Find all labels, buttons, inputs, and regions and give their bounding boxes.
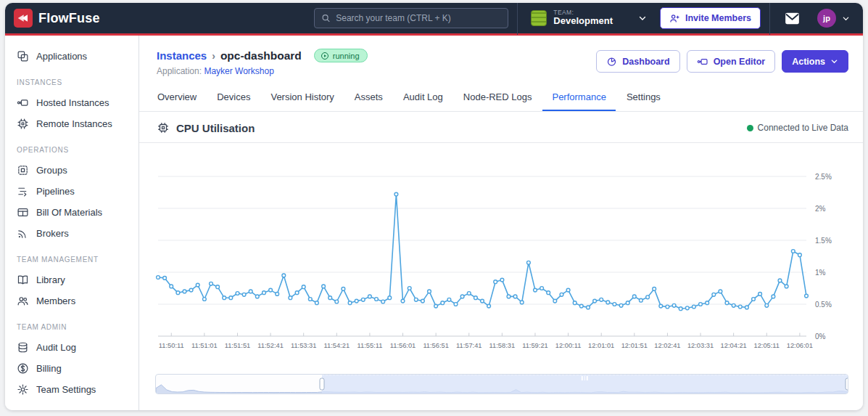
- notifications-button[interactable]: [779, 12, 806, 25]
- data-point-marker: [276, 293, 279, 296]
- data-point-marker: [289, 296, 292, 300]
- sidebar-item-remote-instances[interactable]: Remote Instances: [5, 113, 139, 134]
- sidebar-item-team-settings[interactable]: Team Settings: [5, 379, 139, 400]
- status-badge-label: running: [333, 52, 360, 60]
- sidebar-item-hosted-instances[interactable]: Hosted Instances: [5, 92, 139, 113]
- tab-version-history[interactable]: Version History: [261, 85, 343, 111]
- data-point-marker: [203, 298, 207, 301]
- flowfuse-logo[interactable]: FlowFuse: [14, 9, 100, 28]
- data-point-marker: [785, 285, 788, 288]
- sidebar-section-label: OPERATIONS: [5, 146, 139, 154]
- data-point-marker: [772, 295, 775, 298]
- data-point-marker: [540, 287, 544, 290]
- sidebar-item-pipelines[interactable]: Pipelines: [5, 181, 139, 202]
- tab-node-red-logs[interactable]: Node-RED Logs: [454, 85, 542, 111]
- x-axis-label: 11:53:31: [291, 342, 317, 349]
- navigator-grip-icon[interactable]: [582, 376, 588, 380]
- data-point-marker: [381, 300, 385, 303]
- x-axis-label: 11:52:41: [257, 342, 284, 349]
- data-point-marker: [223, 296, 226, 300]
- data-point-marker: [229, 296, 233, 300]
- navigator-left-handle[interactable]: [319, 378, 324, 391]
- sidebar-item-groups[interactable]: Groups: [5, 160, 139, 181]
- actions-button-label: Actions: [792, 57, 825, 67]
- data-point-marker: [738, 305, 742, 309]
- tab-overview[interactable]: Overview: [148, 85, 206, 111]
- x-axis-label: 12:01:01: [588, 342, 614, 349]
- data-point-marker: [454, 303, 458, 306]
- sidebar-item-bill-of-materials[interactable]: Bill Of Materials: [5, 202, 139, 223]
- x-axis-label: 11:51:01: [191, 342, 218, 349]
- brand-name: FlowFuse: [38, 11, 100, 26]
- team-settings-icon: [17, 383, 29, 396]
- y-axis-label: 0.5%: [815, 301, 832, 309]
- data-point-marker: [699, 303, 703, 306]
- x-axis-label: 12:03:31: [687, 342, 714, 349]
- navigator-right-handle[interactable]: [846, 378, 849, 391]
- live-status: Connected to Live Data: [747, 123, 848, 133]
- cpu-chart-svg: 0%0.5%1%1.5%2%2.5%11:50:1111:51:0111:51:…: [155, 155, 848, 359]
- search-input[interactable]: [336, 13, 501, 23]
- data-point-marker: [481, 299, 484, 303]
- sidebar-item-library[interactable]: Library: [5, 269, 139, 290]
- x-axis-label: 11:50:11: [159, 342, 184, 349]
- data-point-marker: [752, 298, 756, 301]
- data-point-marker: [712, 293, 716, 296]
- page-background: FlowFuse TEAM: Development: [0, 0, 868, 416]
- sidebar-item-brokers[interactable]: Brokers: [5, 223, 139, 244]
- team-selector[interactable]: TEAM: Development: [526, 9, 651, 28]
- page-header: Instances › opc-dashboard running: [139, 46, 863, 76]
- data-point-marker: [719, 290, 722, 293]
- dashboard-button-label: Dashboard: [622, 57, 669, 67]
- x-axis-label: 12:06:01: [787, 342, 813, 349]
- chevron-down-icon: [830, 57, 838, 65]
- breadcrumb-instances-link[interactable]: Instances: [157, 49, 207, 62]
- data-point-marker: [263, 291, 266, 295]
- data-point-marker: [335, 300, 339, 303]
- application-link[interactable]: Mayker Workshop: [204, 66, 273, 76]
- data-point-marker: [183, 290, 186, 293]
- sidebar-item-billing[interactable]: Billing: [5, 358, 139, 379]
- data-point-marker: [653, 287, 656, 291]
- tab-devices[interactable]: Devices: [207, 85, 260, 111]
- x-axis-label: 11:51:51: [225, 342, 251, 349]
- data-point-marker: [467, 292, 471, 295]
- data-point-marker: [693, 305, 696, 309]
- tab-assets[interactable]: Assets: [345, 85, 392, 111]
- chart-navigator[interactable]: [155, 374, 848, 394]
- data-point-marker: [534, 288, 537, 292]
- cpu-utilisation-chart: 0%0.5%1%1.5%2%2.5%11:50:1111:51:0111:51:…: [155, 155, 848, 362]
- open-editor-button[interactable]: Open Editor: [687, 50, 776, 73]
- sidebar-item-label: Applications: [36, 51, 87, 62]
- remote-instances-icon: [17, 118, 29, 130]
- data-point-marker: [613, 303, 616, 306]
- data-point-marker: [401, 299, 405, 303]
- data-point-marker: [322, 285, 326, 288]
- dashboard-button[interactable]: Dashboard: [596, 50, 679, 73]
- tab-audit-log[interactable]: Audit Log: [394, 85, 452, 111]
- actions-button[interactable]: Actions: [782, 50, 848, 73]
- sidebar-item-audit-log[interactable]: Audit Log: [5, 337, 139, 358]
- team-name: Development: [553, 16, 613, 27]
- data-point-marker: [494, 280, 497, 284]
- sidebar-section-label: TEAM ADMIN: [5, 323, 139, 331]
- data-point-marker: [414, 298, 418, 301]
- application-line: Application: Mayker Workshop: [157, 66, 368, 76]
- data-point-marker: [725, 301, 729, 305]
- sidebar: ApplicationsINSTANCESHosted InstancesRem…: [5, 36, 139, 410]
- billing-icon: [17, 362, 29, 375]
- tab-settings[interactable]: Settings: [617, 85, 670, 111]
- team-search[interactable]: [314, 8, 508, 28]
- sidebar-item-label: Library: [36, 274, 65, 285]
- data-point-marker: [441, 301, 445, 305]
- envelope-icon: [785, 12, 800, 25]
- user-menu[interactable]: jp: [814, 9, 853, 28]
- data-point-marker: [606, 301, 610, 304]
- data-point-marker: [640, 298, 643, 302]
- tab-performance[interactable]: Performance: [542, 85, 615, 111]
- sidebar-item-members[interactable]: Members: [5, 290, 139, 311]
- sidebar-item-applications[interactable]: Applications: [5, 46, 139, 67]
- x-axis-label: 11:55:11: [357, 342, 383, 349]
- invite-members-button[interactable]: Invite Members: [660, 7, 761, 29]
- tab-bar: OverviewDevicesVersion HistoryAssetsAudi…: [139, 85, 863, 112]
